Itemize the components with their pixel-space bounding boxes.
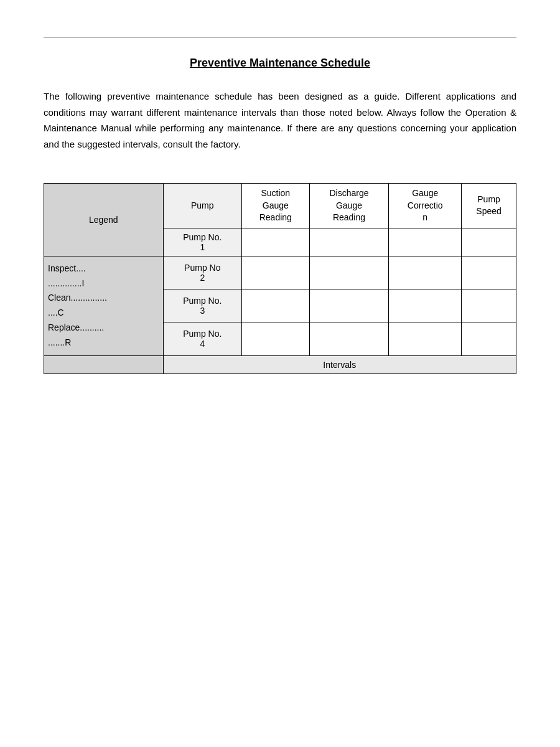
pump-2-gauge <box>389 256 462 289</box>
intro-paragraph: The following preventive maintenance sch… <box>44 88 516 152</box>
gauge-header-label: GaugeCorrection <box>408 188 443 222</box>
pump-3-suction <box>242 289 310 322</box>
pump-4-label: Pump No.4 <box>163 322 241 355</box>
pump-3-discharge <box>309 289 389 322</box>
pump-4-discharge <box>309 322 389 355</box>
pump-3-text: Pump No.3 <box>183 296 222 316</box>
discharge-header-cell: DischargeGaugeReading <box>309 184 389 228</box>
pump-2-label: Pump No2 <box>163 256 241 289</box>
pump-3-speed <box>462 289 516 322</box>
maintenance-table-wrapper: Legend Pump SuctionGaugeReading Discharg… <box>44 183 516 374</box>
legend-inspect: Inspect..................IClean.........… <box>48 263 107 347</box>
footer-row: Intervals <box>44 355 516 374</box>
pump-row-2: Inspect..................IClean.........… <box>44 256 516 289</box>
pump-1-speed <box>462 228 516 256</box>
speed-header-label: PumpSpeed <box>476 194 501 217</box>
pump-header-cell: Pump <box>163 184 241 228</box>
pump-4-speed <box>462 322 516 355</box>
pump-1-discharge <box>309 228 389 256</box>
legend-label: Legend <box>47 215 161 225</box>
pump-2-speed <box>462 256 516 289</box>
pump-2-suction <box>242 256 310 289</box>
pump-header-label: Pump <box>191 200 214 210</box>
pump-1-text: Pump No.1 <box>183 232 222 252</box>
intervals-label: Intervals <box>323 360 356 370</box>
pump-2-text: Pump No2 <box>184 263 220 283</box>
pump-1-label: Pump No.1 <box>163 228 241 256</box>
maintenance-table: Legend Pump SuctionGaugeReading Discharg… <box>44 183 516 374</box>
footer-empty-cell <box>44 355 164 374</box>
suction-header-label: SuctionGaugeReading <box>259 188 292 222</box>
suction-header-cell: SuctionGaugeReading <box>242 184 310 228</box>
pump-1-gauge <box>389 228 462 256</box>
speed-header-cell: PumpSpeed <box>462 184 516 228</box>
page-container: Preventive Maintenance Schedule The foll… <box>0 0 560 411</box>
page-title: Preventive Maintenance Schedule <box>44 57 516 70</box>
pump-3-gauge <box>389 289 462 322</box>
pump-4-suction <box>242 322 310 355</box>
discharge-header-label: DischargeGaugeReading <box>329 188 368 222</box>
pump-2-discharge <box>309 256 389 289</box>
pump-4-text: Pump No.4 <box>183 329 222 349</box>
legend-content-cell: Inspect..................IClean.........… <box>44 256 164 355</box>
top-divider <box>44 37 516 38</box>
intervals-cell: Intervals <box>163 355 516 374</box>
header-row: Legend Pump SuctionGaugeReading Discharg… <box>44 184 516 228</box>
legend-header-cell: Legend <box>44 184 164 256</box>
pump-4-gauge <box>389 322 462 355</box>
gauge-header-cell: GaugeCorrection <box>389 184 462 228</box>
pump-3-label: Pump No.3 <box>163 289 241 322</box>
pump-1-suction <box>242 228 310 256</box>
